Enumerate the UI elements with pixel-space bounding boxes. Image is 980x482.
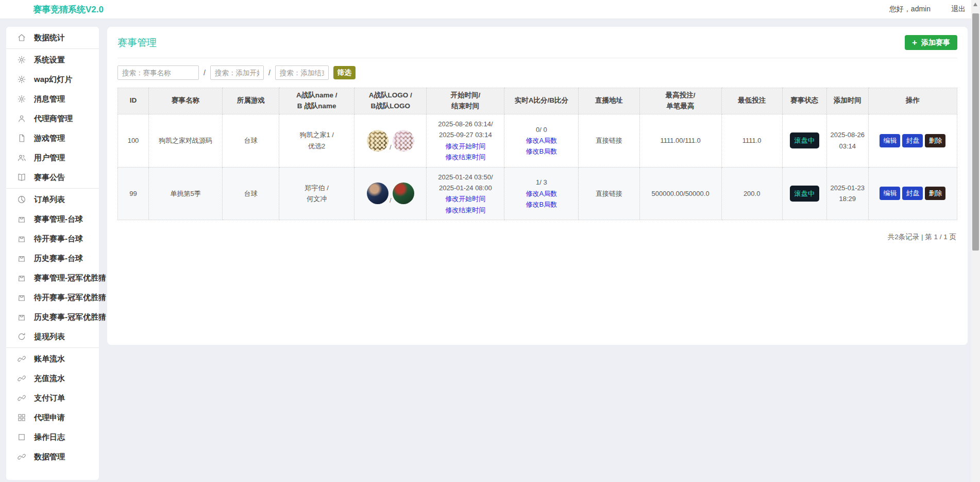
link-icon (17, 354, 26, 363)
column-header: 最低投注 (721, 88, 782, 114)
sidebar-item-2-7[interactable]: 提现列表 (6, 327, 99, 346)
edit-b-score-link[interactable]: 修改B局数 (506, 146, 576, 157)
sidebar-item-2-0[interactable]: 订单列表 (6, 190, 99, 209)
delete-button[interactable]: 删除 (925, 187, 945, 200)
sidebar-item-3-2[interactable]: 支付订单 (6, 388, 99, 408)
sidebar-divider (6, 48, 99, 49)
column-header: 赛事名称 (149, 88, 223, 114)
edit-end-time-link[interactable]: 修改结束时间 (429, 152, 502, 162)
sidebar-item-label: 操作日志 (34, 433, 65, 442)
cell-game: 台球 (223, 114, 279, 167)
sidebar-item-1-6[interactable]: 赛事公告 (6, 168, 99, 187)
search-end-time-input[interactable] (275, 65, 329, 80)
add-match-button[interactable]: + 添加赛事 (905, 35, 957, 50)
column-header: 开始时间/结束时间 (427, 88, 504, 114)
cell-live-address[interactable]: 直接链接 (579, 167, 639, 220)
team-b-name: 何文冲 (281, 193, 352, 204)
cell-score: 1/ 3修改A局数修改B局数 (504, 167, 579, 220)
search-row: / / 筛选 (117, 65, 957, 80)
cell-actions: 编辑封盘删除 (868, 167, 957, 220)
sidebar-item-label: wap幻灯片 (34, 75, 72, 85)
sidebar-item-label: 待开赛事-冠军优胜猜 (34, 293, 106, 303)
sidebar: 数据统计系统设置wap幻灯片消息管理代理商管理游戏管理用户管理赛事公告订单列表赛… (6, 27, 99, 480)
sidebar-item-3-0[interactable]: 账单流水 (6, 349, 99, 369)
edit-button[interactable]: 编辑 (880, 187, 900, 200)
cell-live-address[interactable]: 直接链接 (579, 114, 639, 167)
sidebar-item-3-5[interactable]: 数据管理 (6, 447, 99, 467)
sidebar-item-3-3[interactable]: 代理申请 (6, 408, 99, 427)
search-name-input[interactable] (117, 65, 199, 80)
column-header: 所属游戏 (223, 88, 279, 114)
cell-max-bet: 1111.00/111.0 (639, 114, 721, 167)
edit-a-score-link[interactable]: 修改A局数 (506, 188, 576, 199)
sidebar-item-1-5[interactable]: 用户管理 (6, 148, 99, 168)
pie-icon (17, 195, 26, 204)
sidebar-item-1-2[interactable]: 消息管理 (6, 89, 99, 109)
cell-match-name: 狗凯之家对战源码 (149, 114, 223, 167)
sidebar-item-1-0[interactable]: 系统设置 (6, 50, 99, 70)
column-header: A战队LOGO /B战队LOGO (354, 88, 427, 114)
sidebar-item-label: 赛事管理-台球 (34, 214, 83, 224)
column-header: 添加时间 (826, 88, 868, 114)
sidebar-divider (6, 347, 99, 348)
team-a-logo (367, 182, 388, 204)
table-row: 100狗凯之家对战源码台球狗凯之家1 /优选2/2025-08-26 03:14… (118, 114, 957, 167)
edit-start-time-link[interactable]: 修改开始时间 (429, 193, 502, 204)
scroll-up-arrow-icon[interactable] (973, 3, 977, 6)
cell-teams: 狗凯之家1 /优选2 (279, 114, 354, 167)
column-header: A战队name /B 战队name (279, 88, 354, 114)
sidebar-item-3-4[interactable]: 操作日志 (6, 427, 99, 447)
bag-icon (17, 254, 26, 263)
sidebar-item-label: 代理申请 (34, 413, 65, 423)
cell-time: 2025-01-24 03:50/2025-01-24 08:00修改开始时间修… (427, 167, 504, 220)
seal-button[interactable]: 封盘 (902, 134, 923, 147)
sidebar-item-1-1[interactable]: wap幻灯片 (6, 70, 99, 89)
topbar-right: 您好，admin 退出 (889, 5, 966, 14)
sidebar-item-1-4[interactable]: 游戏管理 (6, 128, 99, 148)
book-icon (17, 173, 26, 182)
logo-separator: / (390, 144, 392, 151)
cell-logos: / (354, 167, 427, 220)
sidebar-item-label: 账单流水 (34, 354, 65, 364)
edit-button[interactable]: 编辑 (880, 134, 900, 147)
edit-start-time-link[interactable]: 修改开始时间 (429, 141, 502, 152)
gear-icon (17, 55, 26, 64)
sidebar-item-2-3[interactable]: 历史赛事-台球 (6, 248, 99, 268)
sidebar-item-1-3[interactable]: 代理商管理 (6, 109, 99, 128)
link-icon (17, 374, 26, 383)
edit-b-score-link[interactable]: 修改B局数 (506, 199, 576, 210)
logout-link[interactable]: 退出 (951, 5, 966, 14)
scrollbar[interactable] (971, 0, 980, 482)
sidebar-item-2-1[interactable]: 赛事管理-台球 (6, 209, 99, 229)
sidebar-item-label: 数据管理 (34, 452, 65, 462)
matches-table: ID赛事名称所属游戏A战队name /B 战队nameA战队LOGO /B战队L… (117, 88, 957, 220)
end-time: 2025-01-24 08:00 (429, 182, 502, 193)
filter-button[interactable]: 筛选 (333, 66, 356, 79)
link-icon (17, 452, 26, 461)
sidebar-item-label: 代理商管理 (34, 114, 73, 124)
table-wrap: ID赛事名称所属游戏A战队name /B 战队nameA战队LOGO /B战队L… (117, 88, 957, 220)
sidebar-item-2-4[interactable]: 赛事管理-冠军优胜猜 (6, 268, 99, 288)
delete-button[interactable]: 删除 (925, 134, 945, 147)
search-start-time-input[interactable] (210, 65, 264, 80)
edit-a-score-link[interactable]: 修改A局数 (506, 135, 576, 146)
sidebar-item-2-5[interactable]: 待开赛事-冠军优胜猜 (6, 288, 99, 307)
sidebar-item-2-6[interactable]: 历史赛事-冠军优胜猜 (6, 307, 99, 327)
sidebar-nav: 数据统计系统设置wap幻灯片消息管理代理商管理游戏管理用户管理赛事公告订单列表赛… (6, 28, 99, 467)
cell-status: 滚盘中 (782, 167, 826, 220)
sidebar-item-2-2[interactable]: 待开赛事-台球 (6, 229, 99, 248)
scrollbar-thumb[interactable] (972, 13, 979, 251)
main-panel: 赛事管理 + 添加赛事 / / 筛选 ID赛事名称所属游戏A战队name /B … (107, 27, 968, 345)
edit-end-time-link[interactable]: 修改结束时间 (429, 205, 502, 215)
plus-icon: + (912, 38, 917, 47)
add-match-button-label: 添加赛事 (921, 38, 950, 47)
team-b-logo (393, 182, 414, 204)
sidebar-item-0-0[interactable]: 数据统计 (6, 28, 99, 47)
team-a-name: 郑宇伯 / (281, 182, 352, 193)
sidebar-item-3-1[interactable]: 充值流水 (6, 369, 99, 388)
seal-button[interactable]: 封盘 (902, 187, 923, 200)
column-header: ID (118, 88, 149, 114)
cell-match-name: 单挑第5季 (149, 167, 223, 220)
header-divider (117, 58, 957, 58)
team-b-logo (393, 130, 414, 152)
